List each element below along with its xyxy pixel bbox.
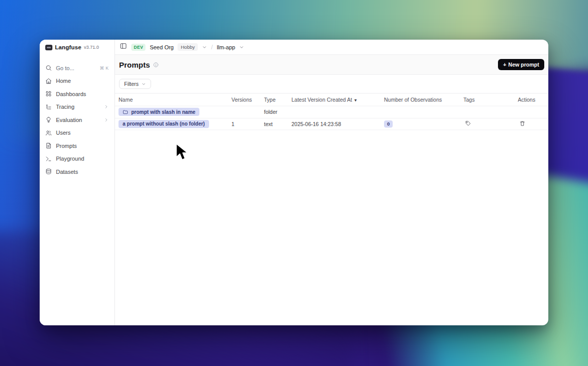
chevron-down-icon: [141, 82, 146, 86]
sidebar-item-label: Datasets: [56, 169, 78, 175]
sidebar: Langfuse v3.71.0 Go to... ⌘ K Home Dashb…: [40, 40, 114, 325]
prompt-name: prompt with slash in name: [131, 109, 195, 115]
goto-search[interactable]: Go to... ⌘ K: [40, 62, 114, 75]
sidebar-item-label: Playground: [56, 156, 84, 162]
chevron-right-icon: [104, 115, 109, 125]
sidebar-item-label: Prompts: [56, 143, 77, 149]
type-cell: text: [264, 121, 291, 127]
column-header-observations[interactable]: Number of Observations: [384, 97, 463, 103]
sidebar-item-prompts[interactable]: Prompts: [40, 139, 114, 152]
sidebar-item-label: Tracing: [56, 104, 74, 110]
tracing-icon: [45, 104, 52, 110]
column-header-actions: Actions: [518, 97, 548, 103]
filters-label: Filters: [124, 81, 139, 87]
playground-icon: [45, 156, 52, 162]
prompts-icon: [45, 142, 52, 149]
plan-badge[interactable]: Hobby: [178, 43, 197, 51]
datasets-icon: [45, 168, 52, 175]
desktop: { "app": { "name": "Langfuse", "version"…: [0, 0, 588, 366]
column-header-tags[interactable]: Tags: [463, 97, 518, 103]
chevron-down-icon[interactable]: [239, 43, 244, 52]
trash-icon[interactable]: [518, 120, 525, 127]
page-header: Prompts + New prompt: [115, 55, 548, 75]
breadcrumb-separator: /: [211, 44, 213, 51]
page-title: Prompts: [119, 60, 150, 69]
chevron-down-icon[interactable]: [202, 43, 207, 52]
table-row[interactable]: prompt with slash in name folder: [115, 106, 548, 118]
sidebar-item-playground[interactable]: Playground: [40, 152, 114, 166]
sidebar-item-datasets[interactable]: Datasets: [40, 165, 114, 178]
column-header-label: Latest Version Created At: [291, 97, 352, 103]
actions-cell: [518, 120, 548, 128]
app-version: v3.71.0: [84, 45, 99, 50]
sidebar-item-label: Home: [56, 78, 71, 84]
folder-icon: [123, 109, 128, 115]
sidebar-item-users[interactable]: Users: [40, 127, 114, 140]
langfuse-logo-icon: [45, 45, 52, 50]
goto-shortcut: ⌘ K: [100, 66, 109, 71]
evaluation-icon: [45, 116, 52, 123]
org-selector[interactable]: Seed Org: [150, 44, 173, 50]
sidebar-item-home[interactable]: Home: [40, 75, 114, 88]
info-icon[interactable]: [153, 62, 159, 68]
table-header-row: Name Versions Type Latest Version Create…: [115, 94, 548, 106]
app-name: Langfuse: [55, 44, 81, 50]
sidebar-item-label: Users: [56, 130, 71, 136]
type-cell: folder: [264, 109, 291, 115]
column-header-created-at[interactable]: Latest Version Created At▼: [291, 97, 384, 103]
env-badge: DEV: [131, 44, 145, 51]
app-window: Langfuse v3.71.0 Go to... ⌘ K Home Dashb…: [40, 40, 548, 325]
new-prompt-button[interactable]: + New prompt: [498, 59, 544, 70]
search-icon: [45, 65, 52, 71]
project-selector[interactable]: llm-app: [217, 44, 235, 50]
dashboards-icon: [45, 90, 52, 97]
sidebar-item-dashboards[interactable]: Dashboards: [40, 87, 114, 101]
prompt-name-pill[interactable]: prompt with slash in name: [119, 108, 199, 116]
new-prompt-label: New prompt: [508, 62, 539, 68]
sidebar-item-label: Dashboards: [56, 91, 86, 97]
column-header-versions[interactable]: Versions: [231, 97, 264, 103]
prompts-table: Name Versions Type Latest Version Create…: [115, 93, 548, 130]
plus-icon: +: [503, 62, 506, 68]
main-area: DEV Seed Org Hobby / llm-app Prompts + N…: [114, 40, 548, 325]
sidebar-item-tracing[interactable]: Tracing: [40, 101, 114, 114]
sort-desc-icon: ▼: [354, 98, 358, 103]
created-at-cell: 2025-06-16 14:23:58: [291, 121, 384, 127]
chevron-right-icon: [104, 102, 109, 111]
app-logo-row: Langfuse v3.71.0: [40, 40, 114, 55]
tag-icon[interactable]: [463, 120, 471, 127]
filters-bar: Filters: [115, 75, 548, 93]
users-icon: [45, 130, 52, 136]
sidebar-item-evaluation[interactable]: Evaluation: [40, 113, 114, 127]
prompt-name-pill[interactable]: a prompt without slash (no folder): [119, 120, 209, 128]
sidebar-item-label: Evaluation: [56, 117, 82, 123]
observations-cell: 0: [384, 120, 463, 128]
home-icon: [45, 78, 52, 84]
column-header-type[interactable]: Type: [264, 97, 291, 103]
prompt-name: a prompt without slash (no folder): [123, 121, 205, 127]
filters-button[interactable]: Filters: [119, 79, 151, 89]
versions-cell: 1: [231, 121, 264, 127]
sidebar-toggle-icon[interactable]: [120, 42, 127, 52]
tags-cell: [463, 120, 518, 128]
topbar: DEV Seed Org Hobby / llm-app: [115, 40, 548, 55]
goto-label: Go to...: [56, 65, 74, 71]
table-row[interactable]: a prompt without slash (no folder) 1 tex…: [115, 118, 548, 131]
observations-count-badge: 0: [384, 120, 393, 128]
column-header-name[interactable]: Name: [119, 97, 231, 103]
